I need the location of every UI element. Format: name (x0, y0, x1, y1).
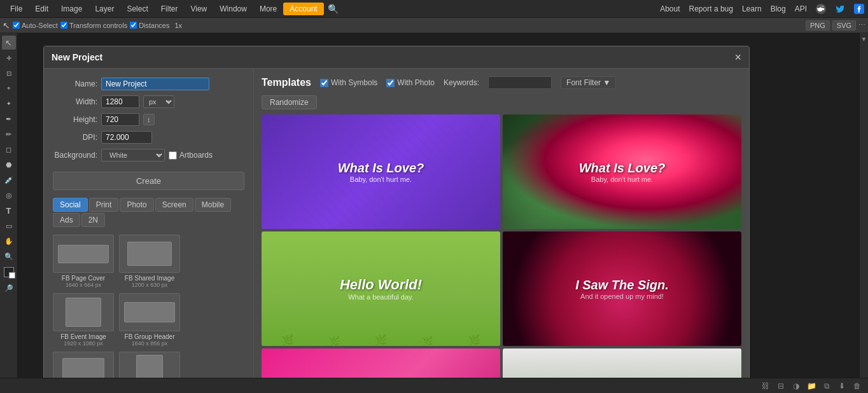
width-unit-select[interactable]: px cm mm in (143, 95, 174, 108)
fb-shared-name: FB Shared Image (125, 275, 174, 282)
eraser-tool[interactable]: ◻ (2, 142, 16, 156)
template-preview-sign[interactable]: I Saw The Sign. And it opened up my mind… (503, 231, 741, 346)
randomize-button[interactable]: Randomize (262, 95, 317, 109)
menu-layer[interactable]: Layer (88, 2, 120, 16)
menu-view[interactable]: View (184, 2, 213, 16)
fill-tool[interactable]: ⬣ (2, 158, 16, 172)
insta-story-thumb (119, 352, 180, 378)
zoom-out-tool[interactable]: 🔎 (2, 281, 16, 295)
template-card-grid: FB Page Cover 1640 x 664 px FB Shared Im… (53, 235, 244, 378)
api-link[interactable]: API (795, 4, 807, 13)
folder-icon[interactable]: 📁 (806, 380, 817, 392)
zoom-tool[interactable]: 🔍 (2, 249, 16, 263)
artboards-checkbox[interactable] (169, 151, 177, 160)
with-photo-label[interactable]: With Photo (386, 78, 435, 87)
twitter-icon[interactable] (835, 4, 845, 14)
dialog-right-panel: Templates With Symbols With Photo Keywor… (254, 69, 749, 378)
keywords-input[interactable] (488, 76, 552, 89)
blog-link[interactable]: Blog (771, 4, 786, 13)
right-panel-toggle[interactable]: ▼ (861, 36, 867, 43)
with-symbols-checkbox[interactable] (320, 79, 328, 87)
modal-overlay: New Project × Name: Width: (18, 33, 859, 378)
magic-tool[interactable]: ✦ (2, 97, 16, 111)
height-input[interactable] (101, 113, 139, 126)
template-image-grid: What Is Love? Baby, don't hurt me. What … (262, 114, 741, 378)
new-project-dialog: New Project × Name: Width: (43, 46, 750, 378)
layers-icon[interactable]: ⧉ (821, 380, 832, 392)
toggle-icon[interactable]: ⊟ (775, 380, 787, 392)
template-card-insta-story[interactable]: Insta Story 1080 x 1920 px (119, 352, 180, 378)
tab-social[interactable]: Social (53, 198, 88, 212)
foreground-color[interactable] (4, 267, 14, 277)
shape-tool[interactable]: ▭ (2, 219, 16, 233)
flower-love-sub: Baby, don't hurt me. (579, 176, 666, 183)
distances-label: Distances (139, 22, 169, 29)
lasso-tool[interactable]: ⌖ (2, 81, 16, 95)
artboards-text: Artboards (179, 151, 213, 160)
canvas-area: New Project × Name: Width: (18, 33, 859, 378)
menu-more[interactable]: More (253, 2, 283, 16)
menu-window[interactable]: Window (213, 2, 253, 16)
menu-edit[interactable]: Edit (29, 2, 55, 16)
name-input[interactable] (101, 78, 209, 90)
hand-tool[interactable]: ✋ (2, 234, 16, 248)
auto-select-checkbox[interactable] (13, 22, 20, 29)
template-card-fb-group[interactable]: FB Group Header 1640 x 856 px (119, 293, 180, 347)
template-card-fb-event[interactable]: FB Event Image 1920 x 1080 px (53, 293, 114, 347)
with-photo-checkbox[interactable] (386, 79, 395, 87)
tab-photo[interactable]: Photo (120, 198, 153, 212)
template-preview-pink[interactable] (262, 348, 500, 378)
background-select[interactable]: White Transparent Black (101, 149, 165, 162)
dpi-input[interactable] (101, 131, 152, 144)
reddit-icon[interactable] (816, 4, 826, 14)
svg-btn[interactable]: SVG (832, 20, 856, 31)
template-card-instagram[interactable]: Instagram 1080 x 1080 px (53, 352, 114, 378)
font-filter-button[interactable]: Font Filter ▼ (561, 76, 616, 89)
menu-file[interactable]: File (4, 2, 29, 16)
png-btn[interactable]: PNG (806, 20, 830, 31)
eyedrop-tool[interactable]: 💉 (2, 173, 16, 187)
tab-ads[interactable]: Ads (53, 213, 80, 227)
width-input[interactable] (101, 95, 139, 108)
tab-mobile[interactable]: Mobile (195, 198, 231, 212)
green-hello-text: Hello World! What a beautiful day. (340, 277, 422, 301)
crop-tool[interactable]: ⊡ (2, 66, 16, 80)
menu-image[interactable]: Image (55, 2, 88, 16)
artboards-label[interactable]: Artboards (169, 151, 213, 160)
template-preview-flower-love[interactable]: What Is Love? Baby, don't hurt me. (503, 114, 741, 229)
create-button[interactable]: Create (53, 172, 244, 190)
flower-love-main: What Is Love? (579, 161, 666, 176)
distances-checkbox[interactable] (130, 22, 137, 29)
select-tool[interactable]: ↖ (2, 36, 16, 50)
brush-tool[interactable]: ✏ (2, 127, 16, 141)
blur-tool[interactable]: ◎ (2, 188, 16, 202)
template-preview-purple-love[interactable]: What Is Love? Baby, don't hurt me. (262, 114, 500, 229)
pen-tool[interactable]: ✒ (2, 112, 16, 126)
tab-screen[interactable]: Screen (155, 198, 193, 212)
template-preview-forest[interactable] (503, 348, 741, 378)
download-icon[interactable]: ⬇ (836, 380, 848, 392)
move-tool[interactable]: ✛ (2, 51, 16, 65)
account-button[interactable]: Account (283, 3, 323, 15)
report-bug-link[interactable]: Report a bug (689, 4, 733, 13)
template-card-fb-page-cover[interactable]: FB Page Cover 1640 x 664 px (53, 235, 114, 288)
menu-filter[interactable]: Filter (155, 2, 185, 16)
transform-controls-checkbox[interactable] (60, 22, 67, 29)
contrast-icon[interactable]: ◑ (790, 380, 802, 392)
search-icon[interactable]: 🔍 (328, 4, 339, 14)
tab-print[interactable]: Print (89, 198, 119, 212)
link-icon[interactable]: ⛓ (760, 380, 771, 392)
learn-link[interactable]: Learn (742, 4, 762, 13)
trash-icon[interactable]: 🗑 (851, 380, 863, 392)
facebook-icon[interactable] (854, 4, 864, 14)
about-link[interactable]: About (660, 4, 680, 13)
dialog-close-button[interactable]: × (734, 52, 741, 63)
selection-tool-icon[interactable]: ↖ (3, 20, 10, 31)
swap-dimensions-button[interactable]: ↕ (143, 114, 155, 125)
text-tool[interactable]: T (2, 203, 16, 217)
template-card-fb-shared[interactable]: FB Shared Image 1200 x 630 px (119, 235, 180, 288)
template-preview-green-hello[interactable]: 🌿 🌿 🌿 🌿 🌿 Hello World! What a beautif (262, 231, 500, 346)
tab-2n[interactable]: 2N (81, 213, 105, 227)
menu-select[interactable]: Select (120, 2, 154, 16)
with-symbols-label[interactable]: With Symbols (320, 78, 377, 87)
